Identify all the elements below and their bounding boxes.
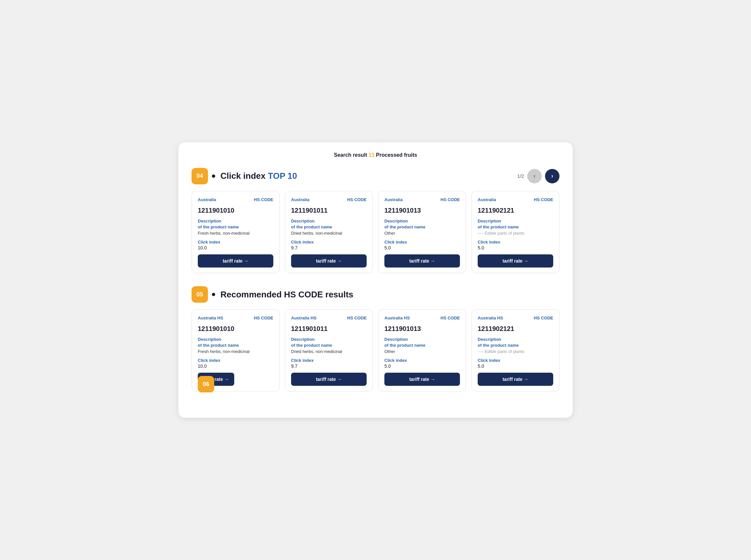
- card-click-value: 5.0: [478, 363, 553, 369]
- card-country: Australia HS: [478, 316, 503, 320]
- card-country: Australia HS: [291, 316, 317, 320]
- card-description-section: Descriptionof the product name Fresh her…: [198, 337, 273, 354]
- card-description-text: Dried herbs, non-medicinal: [291, 349, 367, 354]
- tariff-rate-button[interactable]: tariff rate →: [384, 254, 460, 267]
- card-item: Australia HS HS CODE 1211902121 Descript…: [471, 309, 560, 392]
- tariff-rate-button[interactable]: tariff rate →: [291, 373, 367, 386]
- card-description-section: Descriptionof the product name Other: [384, 218, 460, 236]
- section-06-badge: 06: [198, 376, 214, 393]
- card-country: Australia HS: [198, 316, 223, 320]
- section-05-badge: 05: [191, 286, 208, 303]
- section-04: 04 Click index TOP 10 1/2 ‹ › Australia …: [191, 168, 560, 273]
- section-05-title-group: 05 Recommended HS CODE results: [191, 286, 353, 303]
- tariff-rate-button[interactable]: tariff rate →: [478, 254, 553, 267]
- card-code: 1211901011: [291, 325, 367, 333]
- card-click-label: Click index: [198, 358, 273, 363]
- card-click-label: Click index: [291, 240, 367, 244]
- card-item: Australia HS HS CODE 1211901013 Descript…: [378, 309, 466, 392]
- card-top: Australia HS HS CODE: [198, 316, 273, 320]
- card-item: Australia HS CODE 1211902121 Description…: [471, 191, 560, 273]
- section-05-dot: [212, 293, 215, 296]
- card-description-text: Other: [384, 231, 460, 236]
- card-country: Australia: [384, 197, 403, 202]
- card-click-section: Click index 5.0: [384, 240, 460, 251]
- card-code: 1211901011: [291, 207, 367, 214]
- card-description-section: Descriptionof the product name Dried her…: [291, 218, 367, 236]
- section-04-dot: [212, 175, 215, 178]
- card-click-value: 5.0: [478, 245, 553, 251]
- section-04-title: Click index TOP 10: [220, 171, 297, 181]
- card-hs-label: HS CODE: [347, 316, 367, 320]
- card-description-text: Other: [384, 349, 460, 354]
- tariff-rate-button[interactable]: tariff rate →: [384, 373, 460, 386]
- tariff-rate-button[interactable]: tariff rate →: [291, 254, 367, 267]
- card-country: Australia: [291, 197, 309, 202]
- card-click-section: Click index 10.0: [198, 358, 273, 369]
- card-top: Australia HS CODE: [478, 197, 553, 202]
- card-click-label: Click index: [478, 240, 553, 244]
- card-click-value: 5.0: [384, 245, 460, 251]
- card-description-text: Fresh herbs, non-medicinal: [198, 349, 273, 354]
- badge-06-wrapper: tariff rate →06: [198, 373, 273, 386]
- card-item: Australia HS CODE 1211901013 Description…: [378, 191, 466, 273]
- card-code: 1211901010: [198, 207, 273, 214]
- card-country: Australia: [478, 197, 496, 202]
- card-description-label: Descriptionof the product name: [291, 337, 367, 348]
- card-description-label: Descriptionof the product name: [384, 218, 460, 230]
- card-hs-label: HS CODE: [441, 197, 460, 202]
- card-hs-label: HS CODE: [254, 316, 273, 320]
- search-query-text: Processed fruits: [376, 152, 417, 158]
- card-click-label: Click index: [478, 358, 553, 363]
- pagination-prev-button[interactable]: ‹: [527, 169, 542, 183]
- card-top: Australia HS CODE: [384, 197, 460, 202]
- card-description-text: Fresh herbs, non-medicinal: [198, 231, 273, 236]
- card-click-value: 5.0: [384, 363, 460, 369]
- card-click-value: 10.0: [198, 363, 273, 369]
- card-description-label: Descriptionof the product name: [478, 218, 553, 230]
- section-04-cards-grid: Australia HS CODE 1211901010 Description…: [191, 191, 560, 273]
- card-code: 1211901010: [198, 325, 273, 333]
- card-description-text: ---- Edible parts of plants: [478, 231, 553, 236]
- card-description-section: Descriptionof the product name Dried her…: [291, 337, 367, 354]
- card-hs-label: HS CODE: [534, 316, 553, 320]
- pagination-next-button[interactable]: ›: [545, 169, 560, 183]
- section-05-cards-grid: Australia HS HS CODE 1211901010 Descript…: [191, 309, 560, 392]
- card-top: Australia HS CODE: [291, 197, 367, 202]
- card-click-section: Click index 5.0: [478, 358, 553, 369]
- card-code: 1211901013: [384, 325, 460, 333]
- card-code: 1211902121: [478, 325, 553, 333]
- section-04-badge: 04: [191, 168, 208, 184]
- section-04-title-group: 04 Click index TOP 10: [191, 168, 297, 184]
- card-top: Australia HS HS CODE: [478, 316, 553, 320]
- card-description-section: Descriptionof the product name Other: [384, 337, 460, 354]
- card-description-label: Descriptionof the product name: [478, 337, 553, 348]
- card-click-label: Click index: [198, 240, 273, 244]
- card-click-value: 9.7: [291, 363, 367, 369]
- card-description-section: Descriptionof the product name ---- Edib…: [478, 218, 553, 236]
- card-click-section: Click index 9.7: [291, 240, 367, 251]
- card-click-value: 9.7: [291, 245, 367, 251]
- card-hs-label: HS CODE: [254, 197, 273, 202]
- card-click-label: Click index: [384, 358, 460, 363]
- card-description-label: Descriptionof the product name: [198, 337, 273, 348]
- card-country: Australia: [198, 197, 216, 202]
- card-item: Australia HS HS CODE 1211901010 Descript…: [191, 309, 280, 392]
- card-hs-label: HS CODE: [534, 197, 553, 202]
- card-description-label: Descriptionof the product name: [384, 337, 460, 348]
- card-country: Australia HS: [384, 316, 410, 320]
- tariff-rate-button[interactable]: tariff rate →: [478, 373, 553, 386]
- card-item: Australia HS CODE 1211901011 Description…: [285, 191, 373, 273]
- card-click-section: Click index 5.0: [384, 358, 460, 369]
- card-top: Australia HS HS CODE: [291, 316, 367, 320]
- card-description-label: Descriptionof the product name: [198, 218, 273, 230]
- card-description-text: ---- Edible parts of plants: [478, 349, 553, 354]
- card-click-section: Click index 5.0: [478, 240, 553, 251]
- card-click-label: Click index: [384, 240, 460, 244]
- card-description-text: Dried herbs, non-medicinal: [291, 231, 367, 236]
- card-click-section: Click index 10.0: [198, 240, 273, 251]
- section-05-header: 05 Recommended HS CODE results: [191, 286, 560, 303]
- tariff-rate-button[interactable]: tariff rate →: [198, 254, 273, 267]
- search-result-label: Search result: [334, 152, 367, 158]
- section-04-header: 04 Click index TOP 10 1/2 ‹ ›: [191, 168, 560, 184]
- app-container: Search result 11 Processed fruits 04 Cli…: [178, 142, 573, 418]
